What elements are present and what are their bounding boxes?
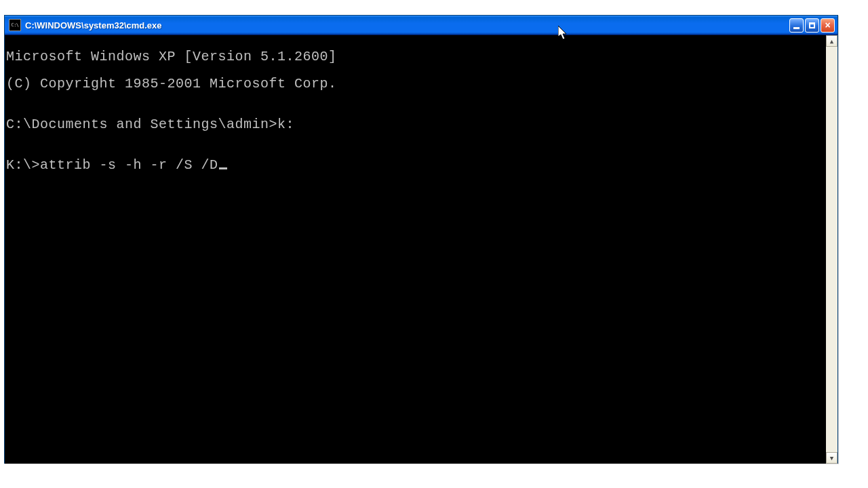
- terminal-line: Microsoft Windows XP [Version 5.1.2600]: [6, 50, 825, 64]
- window-title: C:\WINDOWS\system32\cmd.exe: [25, 20, 789, 30]
- vertical-scrollbar[interactable]: ▲ ▼: [826, 35, 837, 464]
- terminal-line: C:\Documents and Settings\admin>k:: [6, 118, 825, 131]
- client-area: Microsoft Windows XP [Version 5.1.2600] …: [5, 35, 837, 464]
- app-icon-label: C:\: [11, 23, 18, 28]
- terminal-text: K:\>attrib -s -h -r /S /D: [6, 157, 218, 173]
- close-icon: ×: [825, 22, 830, 28]
- cmd-window: C:\ C:\WINDOWS\system32\cmd.exe × Micros…: [4, 15, 838, 464]
- maximize-icon: [809, 22, 815, 28]
- chevron-up-icon: ▲: [830, 38, 833, 45]
- scroll-track[interactable]: [826, 47, 837, 452]
- terminal-output[interactable]: Microsoft Windows XP [Version 5.1.2600] …: [5, 35, 826, 464]
- text-cursor: [219, 167, 227, 169]
- window-controls: ×: [789, 18, 835, 33]
- title-bar[interactable]: C:\ C:\WINDOWS\system32\cmd.exe ×: [5, 16, 837, 35]
- chevron-down-icon: ▼: [830, 455, 833, 462]
- minimize-button[interactable]: [789, 18, 804, 33]
- minimize-icon: [793, 27, 800, 29]
- app-icon: C:\: [9, 19, 21, 31]
- terminal-line: K:\>attrib -s -h -r /S /D: [6, 159, 825, 172]
- scroll-up-button[interactable]: ▲: [826, 35, 837, 47]
- close-button[interactable]: ×: [821, 18, 835, 33]
- terminal-line: (C) Copyright 1985-2001 Microsoft Corp.: [6, 77, 825, 91]
- maximize-button[interactable]: [805, 18, 819, 33]
- scroll-down-button[interactable]: ▼: [826, 452, 837, 464]
